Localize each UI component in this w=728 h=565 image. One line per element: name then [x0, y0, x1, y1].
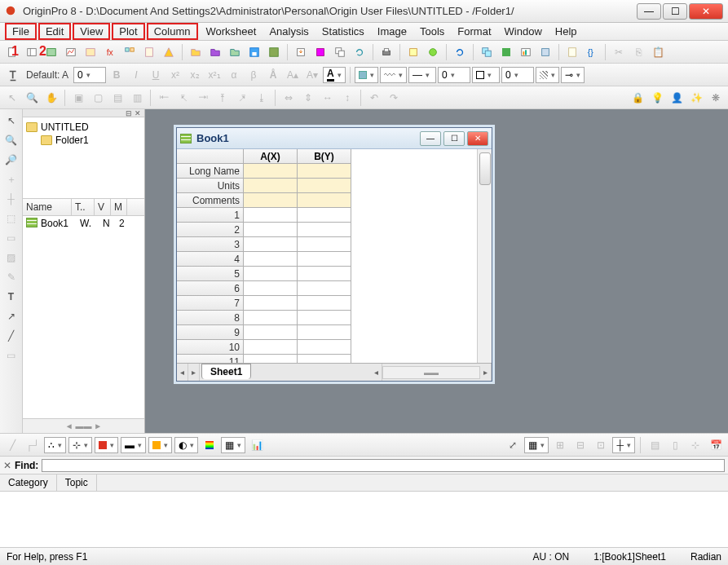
data-row[interactable]: 2 — [177, 223, 477, 237]
data-reader-icon[interactable]: ⬚ — [3, 210, 20, 227]
save-template-icon[interactable] — [265, 43, 283, 61]
cell[interactable] — [298, 237, 351, 252]
book-minimize-button[interactable]: — — [420, 131, 441, 146]
column-header-a[interactable]: A(X) — [244, 149, 298, 164]
zoom-icon[interactable]: 🔍 — [23, 89, 41, 107]
menu-tools[interactable]: Tools — [413, 24, 451, 39]
cut-icon[interactable]: ✂ — [610, 43, 628, 61]
cell[interactable] — [298, 193, 351, 208]
selection-tool-icon[interactable]: ↖ — [3, 113, 20, 129]
new-graph-icon[interactable] — [62, 43, 80, 61]
template-plot-icon[interactable]: 📊 — [248, 436, 266, 454]
label-row[interactable]: Units — [177, 179, 477, 193]
cell[interactable] — [244, 340, 298, 355]
tree-folder[interactable]: Folder1 — [26, 134, 141, 147]
tab-nav-first[interactable]: ◂ — [177, 364, 188, 381]
book-maximize-button[interactable]: ☐ — [443, 131, 465, 146]
merge-icon[interactable]: ⊡ — [592, 436, 610, 454]
menu-plot[interactable]: Plot — [112, 23, 144, 40]
arrow-tool-icon[interactable]: ↗ — [3, 308, 20, 324]
add-layer-icon[interactable]: ⊞ — [551, 436, 569, 454]
area-plot-dropdown[interactable]: ▾ — [148, 437, 172, 453]
cell[interactable] — [244, 164, 298, 179]
group-icon[interactable]: ▣ — [69, 89, 87, 107]
reimport-icon[interactable] — [351, 43, 368, 61]
cell[interactable] — [298, 296, 351, 311]
greek-beta-icon[interactable]: β — [245, 66, 263, 84]
italic-button[interactable]: I — [127, 66, 145, 84]
pointer-icon[interactable]: ↖ — [3, 89, 21, 107]
col-name[interactable]: Name — [23, 199, 72, 215]
cell[interactable] — [298, 281, 351, 296]
hv-plot-icon[interactable]: ┌┘ — [24, 436, 42, 454]
cell[interactable] — [244, 179, 298, 193]
menu-column[interactable]: Column — [147, 23, 198, 40]
font-size-dropdown[interactable]: 0▾ — [73, 67, 106, 83]
bulb2-icon[interactable]: ❋ — [707, 89, 725, 107]
new-matrix-icon[interactable] — [82, 43, 99, 61]
distribute-h-icon[interactable]: ⇔ — [280, 89, 298, 107]
data-row[interactable]: 6 — [177, 281, 477, 296]
new-color-icon[interactable] — [497, 43, 515, 61]
cell[interactable] — [244, 281, 298, 296]
cell[interactable] — [244, 355, 298, 363]
menu-worksheet[interactable]: Worksheet — [200, 24, 263, 39]
menu-help[interactable]: Help — [549, 24, 584, 39]
tab-scroll-right[interactable]: ▸ — [480, 364, 492, 381]
batch-icon[interactable] — [404, 43, 422, 61]
distribute-v-icon[interactable]: ⇕ — [299, 89, 317, 107]
new-project-icon[interactable] — [3, 43, 21, 61]
xy-scale-icon[interactable]: ⊹ — [686, 436, 704, 454]
tree-root[interactable]: UNTITLED — [26, 121, 141, 134]
sheet-tab[interactable]: Sheet1 — [201, 364, 251, 379]
data-row[interactable]: 9 — [177, 325, 477, 340]
recalc-icon[interactable] — [424, 43, 442, 61]
cell[interactable] — [244, 311, 298, 325]
rect-tool-icon[interactable]: ▭ — [3, 347, 20, 364]
border-dropdown[interactable]: ▾ — [472, 67, 500, 83]
duplicate-icon[interactable] — [478, 43, 496, 61]
worksheet-grid[interactable]: A(X) B(Y) Long NameUnitsComments12345678… — [177, 149, 477, 363]
extract-layer-icon[interactable]: ⊟ — [571, 436, 589, 454]
results-tab-topic[interactable]: Topic — [57, 475, 97, 491]
cell[interactable] — [244, 223, 298, 237]
mask-tool-icon[interactable]: ▨ — [3, 249, 20, 266]
new-notes-icon[interactable] — [140, 43, 158, 61]
zoom-out-tool-icon[interactable]: 🔎 — [3, 152, 20, 168]
line-scatter-dropdown[interactable]: ⊹▾ — [68, 437, 92, 453]
pattern-dropdown[interactable]: ▾ — [536, 67, 559, 83]
font-color-dropdown[interactable]: A▾ — [323, 67, 346, 83]
rotate-left-icon[interactable]: ↶ — [365, 89, 383, 107]
align-bottom-icon[interactable]: ⭳ — [253, 89, 271, 107]
new-layout-icon[interactable] — [121, 43, 139, 61]
vertical-scrollbar[interactable] — [477, 149, 492, 363]
cell[interactable] — [298, 325, 351, 340]
data-row[interactable]: 3 — [177, 237, 477, 252]
cell[interactable] — [244, 193, 298, 208]
data-row[interactable]: 5 — [177, 267, 477, 281]
reader-tool-icon[interactable]: ＋ — [3, 171, 20, 188]
tab-nav-prev[interactable]: ▸ — [188, 364, 200, 381]
cell[interactable] — [298, 223, 351, 237]
region-tool-icon[interactable]: ▭ — [3, 230, 20, 246]
paste-icon[interactable]: 📋 — [649, 43, 667, 61]
results-log-icon[interactable] — [563, 43, 581, 61]
decrease-font-icon[interactable]: A▾ — [303, 66, 321, 84]
lock-icon[interactable]: 🔒 — [629, 89, 646, 107]
menu-format[interactable]: Format — [451, 24, 497, 39]
superscript-icon[interactable]: x² — [166, 66, 184, 84]
menu-edit[interactable]: Edit — [38, 23, 71, 40]
new-excel-icon[interactable] — [42, 43, 60, 61]
fill-color-dropdown[interactable]: ▾ — [355, 67, 378, 83]
bar-plot-dropdown[interactable]: ▬▾ — [121, 437, 146, 453]
line-style-dropdown[interactable]: —▾ — [408, 67, 436, 83]
text-tool2-icon[interactable]: T — [3, 289, 20, 305]
screen-reader-icon[interactable]: ┼ — [3, 191, 20, 207]
template-icon[interactable] — [160, 43, 178, 61]
cell[interactable] — [244, 252, 298, 267]
cell[interactable] — [298, 311, 351, 325]
close-button[interactable]: ✕ — [689, 3, 723, 20]
book-close-button[interactable]: ✕ — [467, 131, 488, 146]
greek-alpha-icon[interactable]: α — [225, 66, 243, 84]
cell[interactable] — [244, 267, 298, 281]
